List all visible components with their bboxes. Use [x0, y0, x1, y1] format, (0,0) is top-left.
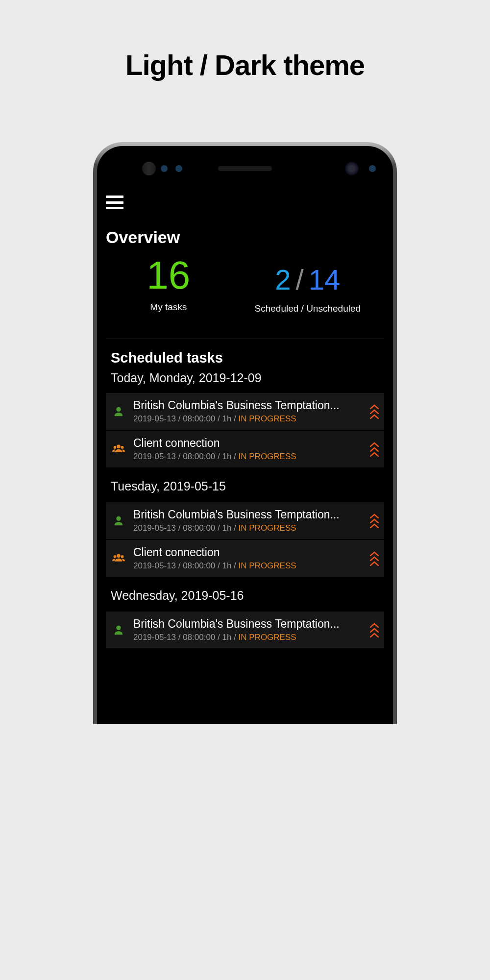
hamburger-menu-icon[interactable] — [106, 196, 123, 209]
notch-area — [97, 155, 393, 182]
task-title: British Columbia's Business Temptation..… — [133, 508, 363, 521]
svg-point-8 — [116, 625, 121, 630]
svg-point-4 — [116, 516, 121, 520]
scheduled-tasks-header: Scheduled tasks Today, Monday, 2019-12-0… — [106, 339, 384, 393]
today-date: Today, Monday, 2019-12-09 — [111, 371, 379, 385]
date-header: Wednesday, 2019-05-16 — [106, 578, 384, 612]
task-meta: 2019-05-13 / 08:00:00 / 1h / IN PROGRESS — [133, 414, 363, 424]
my-tasks-label: My tasks — [106, 302, 231, 313]
svg-point-1 — [117, 444, 120, 448]
task-row[interactable]: British Columbia's Business Temptation..… — [106, 393, 384, 431]
group-icon — [110, 442, 127, 456]
task-row[interactable]: British Columbia's Business Temptation..… — [106, 612, 384, 649]
task-body: Client connection2019-05-13 / 08:00:00 /… — [133, 437, 363, 462]
overview-heading: Overview — [106, 228, 384, 247]
scheduled-unscheduled-stat[interactable]: 2 / 14 Scheduled / Unscheduled — [231, 256, 384, 314]
svg-point-5 — [117, 554, 120, 557]
task-title: Client connection — [133, 546, 363, 559]
priority-high-icon — [368, 514, 380, 528]
task-status: IN PROGRESS — [239, 561, 296, 570]
svg-point-2 — [114, 446, 117, 449]
page-title: Light / Dark theme — [125, 47, 365, 83]
task-row[interactable]: Client connection2019-05-13 / 08:00:00 /… — [106, 540, 384, 578]
svg-point-0 — [116, 407, 121, 411]
svg-point-6 — [114, 555, 117, 558]
task-meta: 2019-05-13 / 08:00:00 / 1h / IN PROGRESS — [133, 633, 363, 642]
task-title: Client connection — [133, 437, 363, 450]
task-meta: 2019-05-13 / 08:00:00 / 1h / IN PROGRESS — [133, 452, 363, 462]
task-row[interactable]: British Columbia's Business Temptation..… — [106, 502, 384, 540]
svg-point-3 — [121, 446, 124, 449]
scheduled-count: 2 — [275, 264, 291, 296]
task-status: IN PROGRESS — [239, 633, 296, 642]
priority-high-icon — [368, 442, 380, 457]
count-separator: / — [296, 264, 304, 296]
person-icon — [110, 623, 127, 637]
person-icon — [110, 405, 127, 418]
task-body: British Columbia's Business Temptation..… — [133, 508, 363, 533]
scheduled-unscheduled-label: Scheduled / Unscheduled — [231, 303, 384, 314]
priority-high-icon — [368, 551, 380, 566]
task-body: British Columbia's Business Temptation..… — [133, 399, 363, 424]
task-title: British Columbia's Business Temptation..… — [133, 399, 363, 412]
phone-frame: Overview 16 My tasks 2 / 14 Scheduled / … — [93, 142, 397, 724]
svg-point-7 — [121, 555, 124, 558]
task-status: IN PROGRESS — [239, 523, 296, 533]
task-status: IN PROGRESS — [239, 414, 296, 423]
task-body: British Columbia's Business Temptation..… — [133, 617, 363, 642]
my-tasks-count: 16 — [106, 256, 231, 295]
task-body: Client connection2019-05-13 / 08:00:00 /… — [133, 546, 363, 571]
priority-high-icon — [368, 623, 380, 637]
task-list: British Columbia's Business Temptation..… — [106, 393, 384, 649]
priority-high-icon — [368, 404, 380, 419]
task-title: British Columbia's Business Temptation..… — [133, 617, 363, 631]
unscheduled-count: 14 — [309, 264, 341, 296]
my-tasks-stat[interactable]: 16 My tasks — [106, 256, 231, 314]
task-meta: 2019-05-13 / 08:00:00 / 1h / IN PROGRESS — [133, 561, 363, 571]
task-status: IN PROGRESS — [239, 452, 296, 461]
person-icon — [110, 514, 127, 528]
stats-row: 16 My tasks 2 / 14 Scheduled / Unschedul… — [106, 256, 384, 314]
task-row[interactable]: Client connection2019-05-13 / 08:00:00 /… — [106, 431, 384, 468]
task-meta: 2019-05-13 / 08:00:00 / 1h / IN PROGRESS — [133, 523, 363, 533]
date-header: Tuesday, 2019-05-15 — [106, 468, 384, 502]
group-icon — [110, 552, 127, 565]
phone-screen: Overview 16 My tasks 2 / 14 Scheduled / … — [97, 146, 393, 724]
scheduled-tasks-title: Scheduled tasks — [111, 350, 379, 366]
